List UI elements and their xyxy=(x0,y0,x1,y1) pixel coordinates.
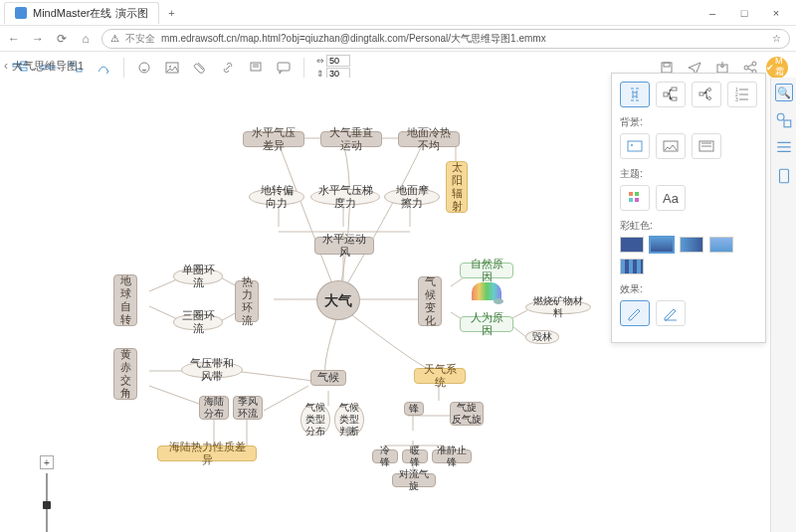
svg-rect-64 xyxy=(628,141,642,151)
back-chevron-icon[interactable]: ‹ xyxy=(4,59,8,73)
style-panel: 123 背景: 主题: Aa 彩虹色: 效果: xyxy=(611,73,766,343)
node-vmove[interactable]: 大气垂直运动 xyxy=(320,131,382,147)
icon-button[interactable] xyxy=(132,56,156,80)
forward-button[interactable]: → xyxy=(30,31,46,47)
node-cvar[interactable]: 气 候 变 化 xyxy=(418,276,442,326)
zoom-slider[interactable] xyxy=(46,473,48,532)
theme-label: 主题: xyxy=(620,167,757,181)
node-cold[interactable]: 冷锋 xyxy=(372,449,398,463)
home-button[interactable]: ⌂ xyxy=(78,31,94,47)
color-5[interactable] xyxy=(620,259,644,274)
node-air[interactable]: 气旋 反气旋 xyxy=(450,402,484,426)
rainbow-icon xyxy=(472,282,501,300)
svg-rect-58 xyxy=(699,92,703,95)
node-inv[interactable]: 对流气旋 xyxy=(392,473,436,487)
effect-pen-button[interactable] xyxy=(656,300,686,326)
node-warm[interactable]: 暖锋 xyxy=(402,449,428,463)
link-button[interactable] xyxy=(216,56,240,80)
width-input[interactable] xyxy=(326,55,350,67)
node-ctype2[interactable]: 气候 类型 判断 xyxy=(334,404,364,436)
node-hpress[interactable]: 水平气压差异 xyxy=(243,131,304,147)
color-2[interactable] xyxy=(650,237,674,253)
node-nat[interactable]: 自然原因 xyxy=(460,263,513,278)
url-text: mm.edrawsoft.cn/map.html?obj=qiuzhan@din… xyxy=(161,32,546,46)
breadcrumb: ‹ 大气思维导图1 xyxy=(4,54,84,78)
address-bar[interactable]: ⚠ 不安全 mm.edrawsoft.cn/map.html?obj=qiuzh… xyxy=(101,29,790,49)
node-human[interactable]: 人为原因 xyxy=(460,316,513,332)
node-burn[interactable]: 燃烧矿物材料 xyxy=(525,300,591,314)
rainbow-label: 彩虹色: xyxy=(620,219,757,233)
svg-rect-13 xyxy=(664,63,670,67)
svg-rect-68 xyxy=(629,192,633,196)
node-deforest[interactable]: 毁林 xyxy=(525,330,559,344)
layout-list-button[interactable]: 123 xyxy=(727,82,757,107)
bg-color-button[interactable] xyxy=(692,133,721,159)
bg-image-button[interactable] xyxy=(656,133,686,159)
shapes-tool-icon[interactable] xyxy=(775,111,793,129)
image-button[interactable] xyxy=(160,56,184,80)
svg-point-9 xyxy=(169,66,171,68)
node-belt[interactable]: 气压带和风带 xyxy=(181,362,243,378)
node-ctype1[interactable]: 气候 类型 分布 xyxy=(300,404,330,436)
node-triple[interactable]: 三圈环流 xyxy=(173,314,223,330)
svg-line-39 xyxy=(264,386,308,411)
node-thermo[interactable]: 热 力 环 流 xyxy=(235,280,259,322)
svg-point-60 xyxy=(708,97,711,100)
svg-rect-11 xyxy=(278,63,290,71)
device-tool-icon[interactable] xyxy=(775,167,793,185)
layout-org-button[interactable] xyxy=(692,82,721,107)
svg-rect-56 xyxy=(672,88,677,90)
close-button[interactable]: × xyxy=(760,0,792,26)
node-corio[interactable]: 地转偏向力 xyxy=(249,189,304,205)
back-button[interactable]: ← xyxy=(6,31,22,47)
node-single[interactable]: 单圈环流 xyxy=(173,268,223,284)
svg-rect-54 xyxy=(633,92,637,96)
browser-tab[interactable]: MindMaster在线 演示图 xyxy=(4,2,159,24)
minimize-button[interactable]: – xyxy=(696,0,728,26)
svg-text:3: 3 xyxy=(735,96,738,102)
doc-title: 大气思维导图1 xyxy=(12,59,84,74)
svg-rect-55 xyxy=(664,92,668,96)
attach-button[interactable] xyxy=(188,56,212,80)
zoom-in-button[interactable]: + xyxy=(40,455,54,469)
node-tilt[interactable]: 黄 赤 交 角 xyxy=(113,348,137,400)
color-3[interactable] xyxy=(680,237,703,253)
node-hgrad[interactable]: 水平气压梯度力 xyxy=(310,189,380,205)
color-1[interactable] xyxy=(620,237,644,253)
new-tab-button[interactable]: + xyxy=(161,2,183,24)
theme-color-button[interactable] xyxy=(620,185,650,211)
layout-tree-button[interactable] xyxy=(656,82,686,107)
node-stat[interactable]: 准静止锋 xyxy=(432,449,472,463)
comment-button[interactable] xyxy=(272,56,296,80)
theme-font-button[interactable]: Aa xyxy=(656,185,686,211)
svg-line-31 xyxy=(234,371,313,381)
color-4[interactable] xyxy=(709,237,733,253)
insecure-icon: ⚠ xyxy=(110,33,119,44)
svg-point-65 xyxy=(631,144,633,146)
avatar[interactable]: ✔M霜 xyxy=(766,57,788,79)
node-rot[interactable]: 地 球 自 转 xyxy=(113,274,137,326)
node-mon[interactable]: 季风 环流 xyxy=(233,396,263,420)
maximize-button[interactable]: □ xyxy=(728,0,760,26)
node-seaheat[interactable]: 海陆热力性质差异 xyxy=(157,445,257,461)
node-center[interactable]: 大气 xyxy=(316,280,360,320)
svg-rect-71 xyxy=(635,198,639,202)
effect-pencil-button[interactable] xyxy=(620,300,650,326)
note-button[interactable] xyxy=(244,56,268,80)
node-climate[interactable]: 气候 xyxy=(310,370,346,386)
bg-none-button[interactable] xyxy=(620,133,650,159)
node-sun[interactable]: 太 阳 辐 射 xyxy=(446,161,468,213)
node-fric[interactable]: 地面摩擦力 xyxy=(384,189,440,205)
relation-button[interactable] xyxy=(92,56,115,80)
node-front[interactable]: 锋 xyxy=(404,402,424,416)
search-tool-icon[interactable]: 🔍 xyxy=(775,84,793,101)
outline-tool-icon[interactable] xyxy=(775,139,793,157)
node-uneven[interactable]: 地面冷热不均 xyxy=(398,131,460,147)
node-sea[interactable]: 海陆 分布 xyxy=(199,396,229,420)
bookmark-icon[interactable]: ☆ xyxy=(772,33,781,44)
node-wsys[interactable]: 天气系统 xyxy=(414,368,466,384)
node-hwind[interactable]: 水平运动风 xyxy=(314,237,374,255)
layout-radial-button[interactable] xyxy=(620,82,650,107)
reload-button[interactable]: ⟳ xyxy=(54,31,70,47)
svg-point-15 xyxy=(744,66,748,70)
